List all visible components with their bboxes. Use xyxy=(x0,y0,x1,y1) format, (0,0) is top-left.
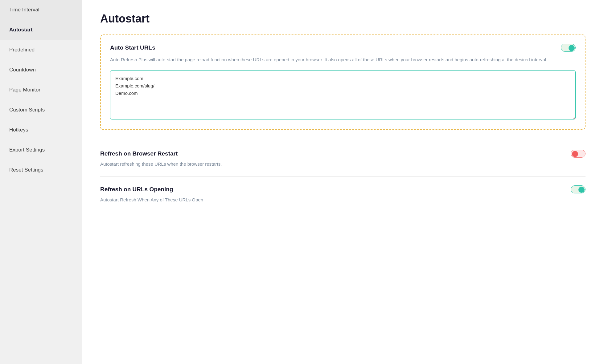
sidebar: Time Interval Autostart Predefined Count… xyxy=(0,0,82,364)
refresh-browser-restart-slider xyxy=(571,150,586,158)
refresh-urls-opening-title: Refresh on URLs Opening xyxy=(100,186,173,193)
sidebar-item-countdown[interactable]: Countdown xyxy=(0,60,82,80)
refresh-browser-restart-toggle[interactable] xyxy=(571,150,586,158)
sidebar-item-autostart[interactable]: Autostart xyxy=(0,20,82,40)
auto-start-urls-description: Auto Refresh Plus will auto-start the pa… xyxy=(110,56,576,63)
refresh-browser-restart-title: Refresh on Browser Restart xyxy=(100,150,178,157)
refresh-urls-opening-toggle[interactable] xyxy=(571,185,586,193)
page-title: Autostart xyxy=(100,12,586,25)
sidebar-item-hotkeys[interactable]: Hotkeys xyxy=(0,120,82,140)
sidebar-item-export-settings[interactable]: Export Settings xyxy=(0,140,82,160)
sidebar-item-reset-settings[interactable]: Reset Settings xyxy=(0,160,82,180)
sidebar-item-predefined[interactable]: Predefined xyxy=(0,40,82,60)
refresh-urls-opening-description: Autostart Refresh When Any of These URLs… xyxy=(100,196,586,204)
refresh-urls-opening-section: Refresh on URLs Opening Autostart Refres… xyxy=(100,177,586,212)
sidebar-item-custom-scripts[interactable]: Custom Scripts xyxy=(0,100,82,120)
refresh-urls-opening-slider xyxy=(571,185,586,193)
url-textarea[interactable] xyxy=(110,70,576,119)
auto-start-urls-toggle[interactable] xyxy=(561,44,576,52)
auto-start-urls-title: Auto Start URLs xyxy=(110,44,155,51)
refresh-browser-restart-description: Autostart refreshing these URLs when the… xyxy=(100,161,586,168)
sidebar-item-time-interval[interactable]: Time Interval xyxy=(0,0,82,20)
auto-start-urls-card: Auto Start URLs Auto Refresh Plus will a… xyxy=(100,34,586,130)
sidebar-item-page-monitor[interactable]: Page Monitor xyxy=(0,80,82,100)
refresh-browser-restart-section: Refresh on Browser Restart Autostart ref… xyxy=(100,141,586,177)
auto-start-urls-slider xyxy=(561,44,576,52)
main-content: Autostart Auto Start URLs Auto Refresh P… xyxy=(82,0,604,364)
